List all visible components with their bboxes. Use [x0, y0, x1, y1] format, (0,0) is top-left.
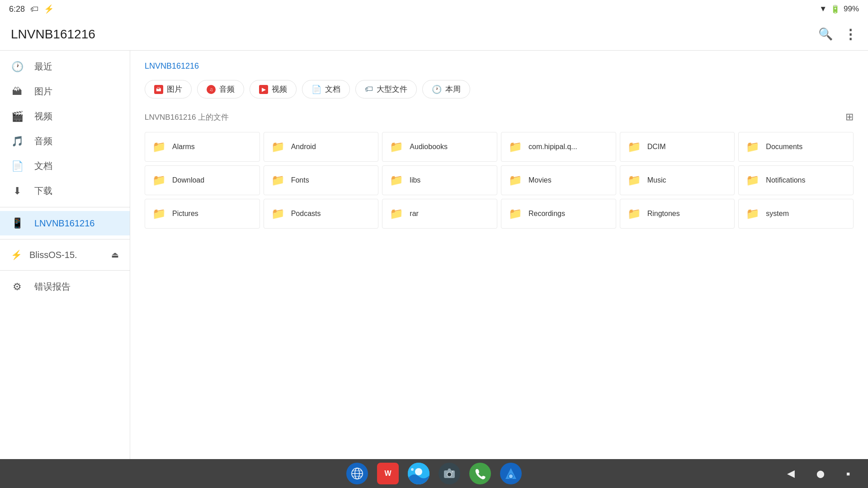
folder-com-hipipal[interactable]: 📁 com.hipipal.q... [501, 132, 616, 162]
sidebar-label-images: 图片 [34, 85, 52, 98]
app6-icon [504, 466, 518, 481]
chip-images-icon: 🏔 [154, 85, 163, 94]
taskbar-app-browser[interactable] [346, 463, 368, 484]
folder-icon: 📁 [627, 207, 641, 220]
chip-week[interactable]: 🕐 本周 [422, 80, 470, 99]
folder-system[interactable]: 📁 system [738, 199, 854, 229]
chip-video[interactable]: ▶ 视频 [250, 80, 297, 99]
chip-week-icon: 🕐 [432, 84, 442, 94]
sidebar-divider-3 [0, 270, 130, 271]
svg-point-12 [452, 471, 453, 473]
folder-name-music: Music [647, 176, 666, 184]
sidebar-item-docs[interactable]: 📄 文档 [0, 154, 130, 178]
gallery-icon [408, 463, 429, 484]
usb-icon: ⚡ [44, 4, 54, 14]
home-button[interactable]: ⬤ [816, 469, 825, 478]
folder-icon: 📁 [152, 174, 166, 187]
chip-video-icon: ▶ [259, 85, 268, 94]
folder-pictures[interactable]: 📁 Pictures [145, 199, 260, 229]
folder-fonts[interactable]: 📁 Fonts [264, 165, 379, 195]
sidebar-label-download: 下载 [34, 185, 52, 197]
view-toggle-button[interactable]: ⊞ [845, 111, 854, 123]
back-button[interactable]: ◀ [787, 468, 795, 479]
folder-name-libs: libs [410, 176, 420, 184]
folder-recordings[interactable]: 📁 Recordings [501, 199, 616, 229]
folder-icon: 📁 [746, 174, 760, 187]
sidebar-item-video[interactable]: 🎬 视频 [0, 104, 130, 129]
error-icon: ⚙ [11, 281, 24, 293]
clock-icon: 🕐 [11, 61, 24, 73]
battery-icon: 🔋 [830, 5, 840, 14]
folder-name-dcim: DCIM [647, 143, 666, 151]
sidebar-label-error: 错误报告 [34, 281, 71, 293]
chip-week-label: 本周 [445, 84, 461, 94]
sidebar-item-lnvnb[interactable]: 📱 LNVNB161216 [0, 211, 130, 235]
folder-music[interactable]: 📁 Music [620, 165, 735, 195]
status-bar: 6:28 🏷 ⚡ ▼ 🔋 99% [0, 0, 868, 18]
folder-name-system: system [766, 210, 789, 218]
folder-name-fonts: Fonts [291, 176, 309, 184]
folder-icon: 📁 [390, 207, 403, 220]
chip-large[interactable]: 🏷 大型文件 [355, 80, 417, 99]
folder-android[interactable]: 📁 Android [264, 132, 379, 162]
folder-name-alarms: Alarms [172, 143, 195, 151]
folder-icon: 📁 [746, 141, 760, 153]
more-button[interactable]: ⋮ [844, 28, 857, 41]
folder-name-ringtones: Ringtones [647, 210, 680, 218]
sidebar-item-images[interactable]: 🏔 图片 [0, 79, 130, 104]
folder-name-podcasts: Podcasts [291, 210, 321, 218]
taskbar-app-phone[interactable] [469, 463, 491, 484]
folder-libs[interactable]: 📁 libs [382, 165, 497, 195]
sidebar-label-recent: 最近 [34, 61, 52, 73]
svg-point-16 [509, 474, 513, 478]
folder-icon: 📁 [152, 141, 166, 153]
sidebar-item-download[interactable]: ⬇ 下载 [0, 178, 130, 203]
main-layout: 🕐 最近 🏔 图片 🎬 视频 🎵 音频 📄 文档 ⬇ 下载 📱 LNVNB161… [0, 51, 868, 459]
battery-percent: 99% [844, 5, 859, 14]
folder-name-pictures: Pictures [172, 210, 198, 218]
sidebar: 🕐 最近 🏔 图片 🎬 视频 🎵 音频 📄 文档 ⬇ 下载 📱 LNVNB161… [0, 51, 130, 459]
audio-icon: 🎵 [11, 136, 24, 147]
search-button[interactable]: 🔍 [818, 27, 833, 41]
folder-ringtones[interactable]: 📁 Ringtones [620, 199, 735, 229]
folder-movies[interactable]: 📁 Movies [501, 165, 616, 195]
chip-large-label: 大型文件 [377, 84, 407, 94]
folder-download[interactable]: 📁 Download [145, 165, 260, 195]
filter-chips: 🏔 图片 ♫ 音频 ▶ 视频 📄 文档 🏷 大型文件 🕐 本周 [145, 80, 854, 99]
sidebar-item-bliss[interactable]: ⚡ BlissOS-15. ⏏ [0, 243, 130, 267]
sidebar-item-recent[interactable]: 🕐 最近 [0, 54, 130, 79]
wps-icon: W [384, 469, 391, 478]
folder-icon: 📁 [390, 141, 403, 153]
chip-audio[interactable]: ♫ 音频 [197, 80, 244, 99]
taskbar-app-gallery[interactable] [408, 463, 429, 484]
taskbar-nav: ◀ ⬤ ■ [787, 468, 850, 479]
folder-podcasts[interactable]: 📁 Podcasts [264, 199, 379, 229]
chip-docs[interactable]: 📄 文档 [302, 80, 350, 99]
eject-button[interactable]: ⏏ [111, 250, 119, 260]
chip-docs-label: 文档 [325, 84, 340, 94]
taskbar-app-app6[interactable] [500, 463, 522, 484]
folder-documents[interactable]: 📁 Documents [738, 132, 854, 162]
breadcrumb[interactable]: LNVNB161216 [145, 61, 854, 71]
recent-button[interactable]: ■ [846, 470, 850, 477]
folder-notifications[interactable]: 📁 Notifications [738, 165, 854, 195]
chip-images[interactable]: 🏔 图片 [145, 80, 192, 99]
folder-alarms[interactable]: 📁 Alarms [145, 132, 260, 162]
taskbar-app-camera[interactable] [439, 463, 460, 484]
folder-dcim[interactable]: 📁 DCIM [620, 132, 735, 162]
folder-rar[interactable]: 📁 rar [382, 199, 497, 229]
sidebar-item-audio[interactable]: 🎵 音频 [0, 129, 130, 154]
folder-audiobooks[interactable]: 📁 Audiobooks [382, 132, 497, 162]
folder-name-rar: rar [410, 210, 419, 218]
sidebar-divider-2 [0, 239, 130, 239]
taskbar-app-wps[interactable]: W [377, 463, 399, 484]
sidebar-label-docs: 文档 [34, 160, 52, 172]
folder-icon: 📁 [271, 174, 285, 187]
page-title: LNVNB161216 [11, 27, 95, 42]
folder-name-android: Android [291, 143, 316, 151]
folder-name-notifications: Notifications [766, 176, 805, 184]
section-header: LNVNB161216 上的文件 ⊞ [145, 111, 854, 123]
folder-grid: 📁 Alarms 📁 Android 📁 Audiobooks 📁 com.hi… [145, 132, 854, 229]
tag-icon: 🏷 [30, 5, 38, 14]
sidebar-item-error[interactable]: ⚙ 错误报告 [0, 274, 130, 299]
